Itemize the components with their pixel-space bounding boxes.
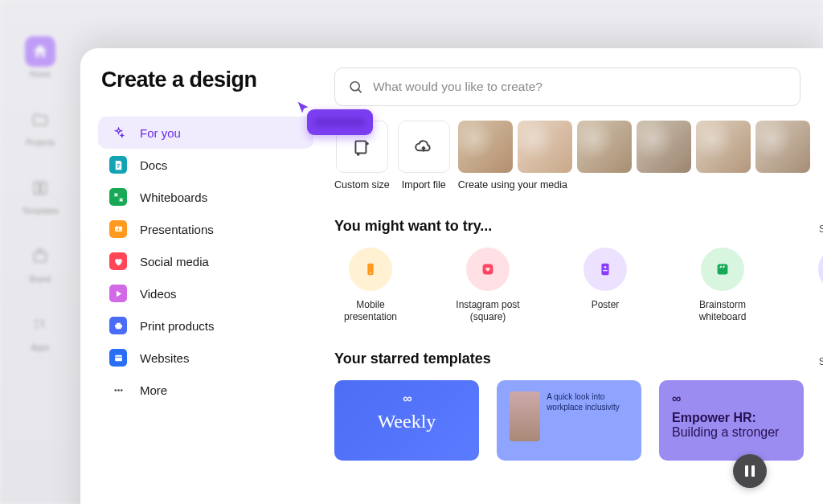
starred-section-title: Your starred templates	[334, 350, 491, 367]
svg-point-9	[114, 389, 117, 391]
svg-rect-17	[601, 264, 608, 276]
nav-label: More	[140, 383, 167, 397]
see-all-link-1[interactable]: See a	[819, 223, 823, 235]
try-label: Mobile presentation	[334, 299, 407, 323]
bg-nav-label: Apps	[31, 343, 50, 352]
try-instagram-post[interactable]: Instagram post (square)	[452, 248, 524, 323]
media-thumb-4[interactable]	[637, 121, 691, 173]
template-title: Weekly	[378, 411, 436, 432]
bg-nav-label: Home	[30, 70, 51, 79]
docs-icon	[109, 156, 127, 174]
svg-rect-20	[718, 264, 728, 275]
panel-right: Custom size Import file	[330, 68, 823, 504]
svg-point-3	[35, 320, 39, 323]
starred-template-1[interactable]: ∞ Weekly	[334, 380, 479, 461]
try-mobile-presentation[interactable]: Mobile presentation	[334, 248, 407, 323]
nav-presentations[interactable]: Presentations	[98, 213, 313, 245]
template-thumb	[510, 391, 540, 441]
resize-icon	[351, 137, 372, 158]
brand-icon	[25, 241, 55, 272]
template-logo-icon: ∞	[672, 391, 791, 406]
see-all-link-2[interactable]: See a	[819, 355, 823, 367]
try-label: Poster	[592, 299, 620, 311]
nav-label: Presentations	[140, 223, 214, 236]
folder-icon	[25, 104, 55, 135]
nav-websites[interactable]: Websites	[98, 342, 313, 374]
panel-left-nav: Create a design For you Docs	[80, 68, 330, 504]
bg-nav-projects: Projects	[25, 104, 55, 147]
nav-videos[interactable]: Videos	[98, 277, 313, 309]
search-bar[interactable]	[334, 68, 800, 106]
poster-icon	[583, 248, 627, 291]
mobile-presentation-icon	[349, 248, 392, 291]
create-design-panel: Create a design For you Docs	[80, 48, 823, 504]
media-thumb-3[interactable]	[577, 121, 632, 173]
cloud-upload-icon	[413, 137, 434, 158]
use-media-label: Create using your media	[458, 179, 810, 191]
svg-rect-2	[35, 252, 47, 261]
logo-icon	[818, 248, 823, 291]
bg-nav-label: Templates	[22, 207, 59, 215]
svg-point-12	[350, 82, 359, 91]
custom-size-label: Custom size	[334, 179, 390, 191]
svg-rect-8	[115, 354, 122, 361]
svg-rect-19	[603, 270, 608, 271]
bg-nav-label: Brand	[30, 275, 51, 284]
nav-for-you[interactable]: For you	[98, 117, 313, 149]
templates-icon	[25, 173, 55, 203]
media-thumb-5[interactable]	[696, 121, 751, 173]
import-file-label: Import file	[402, 179, 446, 191]
demo-highlight-pill	[307, 109, 373, 135]
nav-print-products[interactable]: Print products	[98, 309, 313, 342]
svg-point-15	[370, 272, 371, 274]
nav-label: Whiteboards	[140, 191, 207, 204]
svg-point-11	[121, 389, 123, 391]
play-icon	[109, 285, 127, 302]
panel-title: Create a design	[98, 68, 313, 92]
whiteboard-quote-icon	[701, 248, 744, 291]
template-logo-icon: ∞	[403, 391, 410, 406]
more-icon	[109, 381, 127, 399]
nav-label: Print products	[140, 319, 215, 333]
media-thumb-1[interactable]	[458, 121, 513, 173]
nav-social-media[interactable]: Social media	[98, 245, 313, 277]
nav-label: For you	[140, 126, 181, 140]
svg-rect-13	[356, 141, 366, 153]
svg-rect-7	[115, 324, 122, 327]
svg-point-5	[35, 326, 39, 329]
background-sidebar: Home Projects Templates Brand Apps	[0, 0, 80, 504]
try-section-title: You might want to try...	[334, 218, 492, 235]
home-icon	[25, 36, 55, 67]
search-input[interactable]	[373, 80, 787, 94]
media-thumb-6[interactable]	[755, 121, 810, 173]
try-brainstorm-whiteboard[interactable]: Brainstorm whiteboard	[686, 248, 759, 323]
bg-nav-templates: Templates	[22, 173, 59, 215]
svg-rect-0	[35, 182, 39, 195]
starred-template-3[interactable]: ∞ Empower HR: Building a stronger	[659, 380, 804, 461]
bg-nav-apps: Apps	[25, 309, 55, 352]
nav-more[interactable]: More	[98, 374, 313, 406]
instagram-post-icon	[466, 248, 510, 291]
try-poster[interactable]: Poster	[569, 248, 641, 323]
import-file-tile[interactable]	[398, 121, 450, 173]
try-label: Instagram post (square)	[452, 299, 524, 323]
template-copy: A quick look into workplace inclusivity	[547, 391, 629, 449]
svg-point-10	[117, 389, 120, 391]
svg-rect-1	[41, 182, 46, 195]
sparkle-icon	[109, 124, 127, 141]
search-icon	[348, 79, 363, 95]
nav-label: Websites	[140, 351, 189, 365]
try-logo[interactable]: Logo	[804, 248, 823, 323]
nav-label: Social media	[140, 255, 209, 268]
pause-button[interactable]	[733, 454, 767, 488]
nav-label: Docs	[140, 158, 167, 172]
nav-label: Videos	[140, 287, 177, 301]
template-title: Empower HR: Building a stronger	[672, 411, 791, 440]
presentation-icon	[109, 220, 127, 238]
svg-point-4	[41, 320, 44, 323]
nav-whiteboards[interactable]: Whiteboards	[98, 181, 313, 213]
starred-template-2[interactable]: A quick look into workplace inclusivity	[497, 380, 641, 461]
nav-docs[interactable]: Docs	[98, 149, 313, 181]
svg-point-18	[604, 266, 607, 268]
media-thumb-2[interactable]	[518, 121, 572, 173]
